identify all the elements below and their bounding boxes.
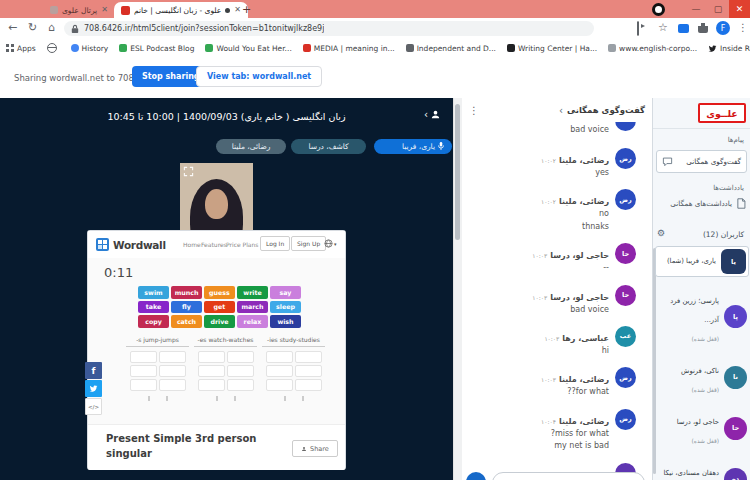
answer-slot[interactable] [266, 351, 293, 363]
bookmarks-bar: Apps History ESL Podcast Blog Would You … [0, 39, 750, 58]
extensions-icon[interactable] [698, 23, 708, 33]
chat-message: عب عباسی، رها۱۰:۰۳ hi [470, 326, 636, 357]
toggle-userlist-icon[interactable]: ‹ [424, 109, 441, 120]
answer-slot[interactable] [159, 351, 186, 363]
profile-avatar[interactable]: F [716, 21, 730, 35]
answer-slot[interactable] [266, 379, 293, 391]
word-chip[interactable]: wish [270, 315, 301, 328]
close-tab-icon[interactable]: ✕ [234, 6, 241, 14]
user-row[interactable]: حا حاجی لو، درسا(قفل شده) [655, 407, 749, 449]
word-chip[interactable]: relax [237, 315, 268, 328]
answer-slot[interactable] [198, 379, 225, 391]
word-chip[interactable]: write [237, 286, 268, 299]
answer-slot[interactable] [130, 365, 157, 377]
word-chip[interactable]: swim [138, 286, 169, 299]
word-chip[interactable]: catch [171, 315, 202, 328]
tab-class-active[interactable]: علوی - زبان انگلیسی | خانم یار ✕ [114, 2, 248, 18]
word-chip[interactable]: drive [204, 315, 235, 328]
answer-slot[interactable] [295, 365, 322, 377]
answer-slot[interactable] [295, 379, 322, 391]
answer-slot[interactable] [130, 379, 157, 391]
signup-button[interactable]: Sign Up [291, 236, 326, 251]
talker-pill[interactable]: رضائی، ملینا [216, 139, 286, 154]
answer-slot[interactable] [227, 365, 254, 377]
bookmark-item[interactable]: Independent and D... [406, 44, 496, 53]
avatar: ده [724, 468, 747, 480]
chat-scrollbar-thumb[interactable] [455, 104, 460, 240]
media-control-icon[interactable] [637, 23, 639, 34]
wordwall-logo[interactable]: Wordwall [96, 238, 166, 251]
chat-message-input[interactable] [492, 472, 645, 480]
bookmark-item[interactable]: Writing Center | Ha... [507, 44, 597, 53]
twitter-icon[interactable] [85, 380, 102, 397]
refresh-icon[interactable]: ↻ [28, 22, 37, 33]
answer-slot[interactable] [130, 351, 157, 363]
embed-code-icon[interactable]: </> [85, 398, 102, 415]
bookmark-star-icon[interactable]: ☆ [658, 22, 668, 33]
talker-pill-active[interactable]: یاری، فریبا [374, 139, 452, 154]
chat-message: رض رضائی، ملینا۱۰:۰۳ for what?? [470, 367, 636, 398]
bookmark-apps[interactable]: Apps [6, 44, 36, 53]
maximize-button[interactable]: ▢ [707, 0, 729, 18]
browser-menu-icon[interactable]: ⋮ [738, 22, 748, 33]
sidebar-item-shared-notes[interactable]: یادداشت‌های همگانی [670, 198, 746, 209]
address-bar[interactable]: 708.6426.ir/html5client/join?sessionToke… [64, 21, 594, 36]
bookmark-item[interactable]: ESL Podcast Blog [119, 44, 194, 53]
close-tab-icon[interactable]: ✕ [101, 6, 108, 14]
bookmark-history[interactable]: History [71, 44, 109, 53]
user-row[interactable]: ده دهقان مسنادی، نیکا(قفل شده) [655, 458, 749, 480]
user-row[interactable]: نا ناکی، فرنوش(قفل شده) [655, 356, 749, 398]
screen-record-icon[interactable] [652, 3, 665, 16]
login-button[interactable]: Log In [260, 236, 290, 251]
word-chip[interactable]: munch [171, 286, 202, 299]
view-tab-button[interactable]: View tab: wordwall.net [196, 66, 322, 87]
answer-slot[interactable] [159, 379, 186, 391]
close-window-button[interactable]: ✕ [729, 0, 750, 18]
chat-options-icon[interactable]: ⋮ [469, 105, 479, 116]
bookmark-item[interactable]: www.english-corpo... [608, 44, 697, 53]
word-chip[interactable]: fly [171, 301, 202, 314]
sender-name: رضائی، ملینا [559, 375, 609, 384]
bookmark-item[interactable]: Would You Eat Her... [205, 44, 291, 53]
sender-name: عباسی، رها [562, 334, 609, 343]
new-tab-button[interactable]: + [242, 3, 251, 16]
back-icon[interactable]: ← [8, 22, 17, 33]
answer-slot[interactable] [266, 365, 293, 377]
answer-slot[interactable] [159, 365, 186, 377]
tab-share-icon[interactable] [678, 24, 689, 33]
minimize-button[interactable]: — [685, 0, 707, 18]
bird-icon [708, 44, 717, 53]
facebook-icon[interactable]: f [85, 362, 102, 379]
bookmark-item[interactable]: MEDIA | meaning in... [303, 44, 395, 53]
answer-slot[interactable] [198, 365, 225, 377]
site-icon [406, 44, 414, 52]
nav-home[interactable]: Home [183, 241, 201, 248]
language-globe-icon[interactable]: ▾ [324, 239, 337, 248]
home-icon[interactable]: ⌂ [48, 22, 55, 33]
collapse-chat-icon[interactable]: ‹ [559, 105, 563, 116]
answer-slot[interactable] [227, 351, 254, 363]
word-chip[interactable]: get [204, 301, 235, 314]
sidebar-item-public-chat[interactable]: گفت‌وگوی همگانی [656, 150, 747, 173]
talker-pill[interactable]: کاشف، درسا [291, 139, 366, 154]
user-row[interactable]: پا پارسی؛ زرین فرد آذر...(قفل شده) [655, 286, 749, 347]
tab-portal[interactable]: پرتال علوی ✕ [44, 2, 114, 18]
word-chip[interactable]: sleep [270, 301, 301, 314]
user-row-you[interactable]: یا یاری، فریبا (شما) [655, 246, 749, 277]
answer-slot[interactable] [198, 351, 225, 363]
users-settings-gear-icon[interactable]: ⚙ [657, 228, 665, 238]
word-chip[interactable]: guess [204, 286, 235, 299]
word-chip[interactable]: take [138, 301, 169, 314]
bookmark-item[interactable]: Inside Rea... [708, 44, 750, 53]
nav-price-plans[interactable]: Price Plans [226, 241, 258, 248]
word-chip[interactable]: copy [138, 315, 169, 328]
nav-features[interactable]: Features [201, 241, 227, 248]
word-chip[interactable]: say [270, 286, 301, 299]
tab-favicon [121, 6, 130, 15]
share-activity-button[interactable]: Share [292, 440, 338, 457]
word-chip[interactable]: march [237, 301, 268, 314]
answer-slot[interactable] [295, 351, 322, 363]
bookmark-globe[interactable] [47, 43, 60, 53]
answer-slot[interactable] [227, 379, 254, 391]
webcam-fullscreen-icon[interactable] [183, 166, 194, 177]
